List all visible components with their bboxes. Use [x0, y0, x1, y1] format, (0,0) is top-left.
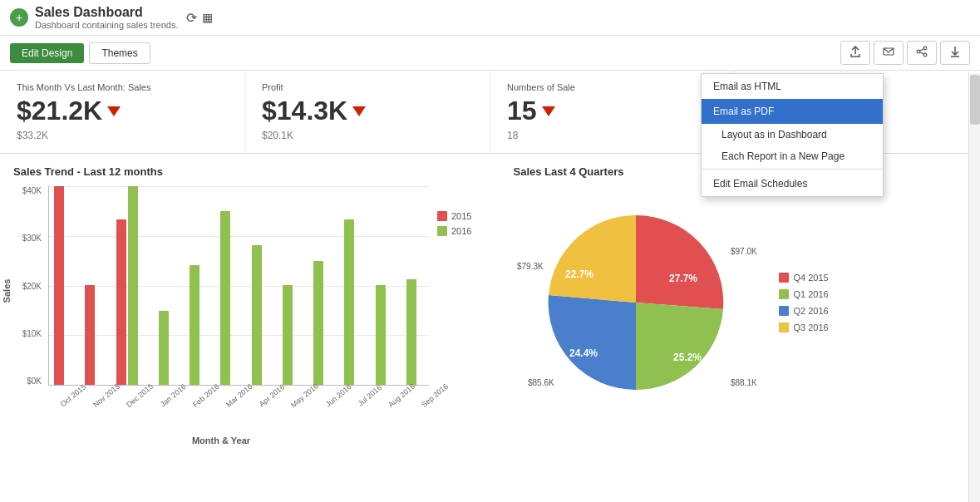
- kpi-value-sales: $21.2K: [17, 96, 102, 126]
- legend-label-2015: 2015: [451, 211, 471, 221]
- social-share-button[interactable]: [907, 41, 937, 65]
- dropdown-item-layout-dashboard[interactable]: Layout as in Dashboard: [702, 124, 883, 145]
- pie-segment-q1-2016: [636, 303, 723, 390]
- kpi-prev-numbers: 18: [507, 130, 718, 141]
- page-subtitle: Dashboard containing sales trends.: [35, 20, 178, 30]
- pie-legend-q2-label: Q2 2016: [793, 306, 828, 316]
- y-axis-title: Sales: [2, 279, 12, 303]
- legend-item-2015: 2015: [437, 211, 471, 221]
- pie-segment-q2-2016: [549, 295, 636, 390]
- dashboard-icon: +: [10, 8, 28, 27]
- pie-pct-q1: 25.2%: [673, 352, 702, 363]
- bar-group-jun: [302, 261, 331, 385]
- bar-group-dec: [116, 186, 145, 385]
- bar-chart-legend: 2015 2016: [437, 186, 471, 431]
- edit-design-button[interactable]: Edit Design: [10, 43, 84, 63]
- bar-2016-dec: [128, 186, 138, 385]
- pie-pct-q3: 22.7%: [565, 268, 593, 280]
- kpi-label-numbers: Numbers of Sale: [507, 82, 718, 92]
- x-axis-title: Month & Year: [192, 436, 250, 445]
- bar-group-oct: [54, 186, 83, 385]
- bar-2015-oct: [54, 186, 64, 385]
- outer-label-q1: $88.1K: [731, 378, 757, 387]
- y-label-0k: $0K: [27, 376, 42, 386]
- scrollbar[interactable]: [968, 73, 980, 502]
- bar-2016-apr: [252, 245, 262, 385]
- email-button[interactable]: [874, 41, 904, 65]
- svg-point-1: [923, 47, 927, 50]
- y-label-10k: $10K: [22, 329, 42, 338]
- bar-2016-jul: [344, 219, 354, 385]
- pie-pct-q2: 24.4%: [569, 347, 598, 359]
- grid-view-button[interactable]: ▦: [202, 11, 213, 24]
- bar-2016-jan: [159, 311, 169, 385]
- kpi-label-sales: This Month Vs Last Month: Sales: [17, 82, 228, 92]
- themes-button[interactable]: Themes: [89, 42, 150, 64]
- pie-legend-q1-label: Q1 2016: [793, 289, 828, 299]
- pie-legend-q3-label: Q3 2016: [793, 322, 828, 332]
- bar-group-aug: [364, 285, 393, 385]
- bar-2016-aug: [376, 285, 386, 385]
- dropdown-item-email-pdf[interactable]: Email as PDF: [702, 99, 883, 124]
- pie-legend-q1: Q1 2016: [779, 289, 828, 299]
- pie-legend: Q4 2015 Q1 2016 Q2 2016 Q3 2016: [779, 273, 828, 332]
- scrollbar-thumb[interactable]: [970, 75, 980, 125]
- pie-chart-section: Sales Last 4 Quarters: [488, 165, 967, 431]
- kpi-arrow-sales: [107, 106, 121, 116]
- bar-2015-dec: [116, 219, 126, 385]
- pie-legend-q4-label: Q4 2015: [793, 273, 828, 283]
- kpi-card-numbers: Numbers of Sale 15 18: [490, 71, 736, 153]
- pie-segment-q3-2016: [549, 215, 636, 303]
- pie-legend-q2: Q2 2016: [779, 306, 828, 316]
- refresh-button[interactable]: ⟳: [186, 10, 197, 26]
- bar-2015-nov: [85, 285, 95, 385]
- kpi-value-profit: $14.3K: [262, 96, 347, 126]
- kpi-arrow-profit: [352, 106, 366, 116]
- dropdown-item-each-report[interactable]: Each Report in a New Page: [702, 145, 883, 167]
- outer-label-q3: $79.3K: [517, 262, 544, 271]
- bar-group-mar: [209, 211, 238, 385]
- bar-group-feb: [178, 265, 207, 385]
- kpi-prev-profit: $20.1K: [262, 130, 473, 141]
- bar-2016-may: [283, 285, 293, 385]
- bar-2016-sep: [406, 279, 416, 385]
- bar-group-nov: [85, 285, 114, 385]
- y-label-20k: $20K: [22, 282, 42, 291]
- svg-point-2: [923, 53, 927, 57]
- social-icon: [916, 46, 928, 57]
- outer-label-q4: $97.0K: [731, 247, 757, 256]
- download-icon: [949, 46, 961, 57]
- kpi-arrow-numbers: [542, 106, 555, 116]
- legend-item-2016: 2016: [437, 226, 471, 236]
- dropdown-item-email-html[interactable]: Email as HTML: [702, 74, 883, 99]
- bar-2016-jun: [313, 261, 323, 385]
- kpi-card-profit: Profit $14.3K $20.1K: [245, 71, 490, 153]
- bar-2016-feb: [190, 265, 199, 385]
- download-button[interactable]: [940, 41, 970, 65]
- share-button[interactable]: [840, 41, 870, 65]
- pie-segment-q4-2015: [636, 215, 723, 309]
- svg-line-4: [920, 49, 924, 51]
- pie-legend-q4: Q4 2015: [779, 273, 828, 283]
- bar-group-apr: [240, 245, 269, 385]
- bar-2016-mar: [220, 211, 230, 385]
- bar-group-jan: [147, 311, 176, 385]
- pie-pct-q4: 27.7%: [669, 273, 697, 284]
- pie-svg: 27.7% 25.2% 24.4% 22.7% $97.0K $88.1K $8…: [513, 186, 762, 419]
- dropdown-menu: Email as HTML Email as PDF Layout as in …: [701, 73, 884, 197]
- y-label-40k: $40K: [22, 186, 42, 195]
- kpi-label-profit: Profit: [262, 82, 473, 92]
- bar-group-jul: [332, 219, 362, 385]
- bar-chart-title: Sales Trend - Last 12 months: [13, 165, 471, 178]
- legend-label-2016: 2016: [451, 226, 471, 236]
- bar-group-may: [271, 285, 300, 385]
- outer-label-q2: $85.6K: [528, 378, 554, 387]
- share-icon: [849, 46, 861, 57]
- page-title: Sales Dashboard: [35, 5, 178, 20]
- kpi-card-sales: This Month Vs Last Month: Sales $21.2K $…: [0, 71, 245, 153]
- bar-chart-section: Sales Trend - Last 12 months Sales $40K …: [13, 165, 471, 431]
- y-label-30k: $30K: [22, 234, 42, 243]
- svg-point-3: [917, 50, 920, 53]
- dropdown-item-edit-schedules[interactable]: Edit Email Schedules: [702, 171, 883, 196]
- email-icon: [883, 46, 894, 57]
